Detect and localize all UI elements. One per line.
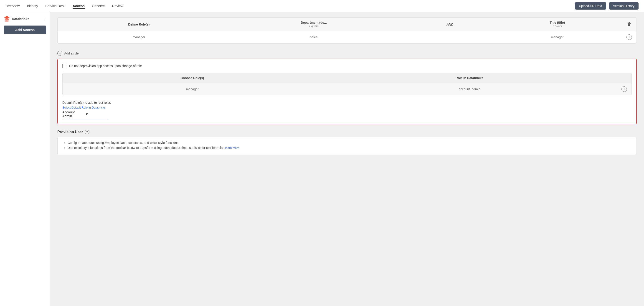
checkbox-row: Do not deprovision app access upon chang… [62, 64, 632, 68]
select-default-role-label: Select Default Role in Databricks [62, 106, 632, 109]
provision-user-info-icon[interactable]: ? [85, 130, 90, 134]
delete-row-icon[interactable]: 🗑 [627, 22, 631, 27]
learn-more-link[interactable]: learn more [225, 146, 240, 149]
nav-actions: Upload HR Data Version History [575, 2, 638, 10]
add-access-button[interactable]: Add Access [4, 26, 46, 34]
nav-links: Overview Identity Service Desk Access Ob… [6, 3, 123, 9]
add-rule-row[interactable]: + Add a rule [57, 48, 637, 59]
add-row-icon[interactable]: + [626, 34, 632, 40]
nav-access[interactable]: Access [72, 3, 85, 9]
nav-review[interactable]: Review [112, 3, 123, 9]
provision-user-title: Provision User [57, 130, 83, 134]
col-choose-roles: Choose Role(s) [62, 73, 322, 83]
svg-marker-2 [4, 20, 10, 22]
nav-identity[interactable]: Identity [27, 3, 38, 9]
cell-department: sales [220, 31, 407, 43]
brand-name: Databricks [12, 17, 29, 21]
upload-hr-data-button[interactable]: Upload HR Data [575, 2, 606, 10]
col-department: Department (de... Equals [220, 18, 407, 31]
col-department-sub: Equals [225, 24, 403, 28]
col-title-sub: Equals [497, 24, 618, 28]
sidebar: Databricks ⋮ Add Access [0, 12, 50, 306]
account-admin-value: Account Admin [62, 110, 85, 118]
col-delete-header: 🗑 [622, 18, 636, 31]
dropdown-arrow-icon: ▼ [85, 112, 108, 116]
provision-user-box: Configure attributes using Employee Data… [57, 137, 637, 155]
more-options-icon[interactable]: ⋮ [42, 16, 46, 21]
table-row: manager sales manager + [58, 31, 636, 43]
col-title: Title (title) Equals [493, 18, 622, 31]
provision-bullet-1: Configure attributes using Employee Data… [68, 141, 631, 144]
provision-bullet-2: Use excel-style functions from the toolb… [68, 146, 631, 149]
cell-add-mapping: + [617, 83, 632, 95]
nav-service-desk[interactable]: Service Desk [45, 3, 65, 9]
account-admin-select[interactable]: Account Admin ▼ [62, 110, 108, 119]
roles-condition-table: Define Role(s) Department (de... Equals … [57, 17, 637, 44]
role-mapping-section: Do not deprovision app access upon chang… [57, 59, 637, 124]
default-roles-label: Default Role(s) to add to rest roles [62, 101, 632, 104]
nav-observe[interactable]: Observe [92, 3, 105, 9]
provision-user-section: Provision User ? Configure attributes us… [57, 130, 637, 155]
cell-title: manager [493, 31, 622, 43]
col-add-mapping [617, 73, 632, 83]
default-roles-section: Default Role(s) to add to rest roles Sel… [62, 100, 632, 119]
deprovision-checkbox[interactable] [62, 64, 67, 68]
col-and: AND [407, 18, 493, 31]
provision-bullets: Configure attributes using Employee Data… [63, 141, 631, 149]
cell-and [407, 31, 493, 43]
add-rule-label: Add a rule [64, 52, 79, 55]
role-mapping-table: Choose Role(s) Role in Databricks manage… [62, 73, 632, 95]
role-mapping-table-wrap: Choose Role(s) Role in Databricks manage… [62, 73, 632, 95]
top-nav: Overview Identity Service Desk Access Ob… [0, 0, 644, 12]
sidebar-brand: Databricks [4, 16, 29, 22]
add-rule-circle-icon: + [57, 51, 62, 56]
databricks-logo-icon [4, 16, 10, 22]
col-define-roles: Define Role(s) [58, 18, 220, 31]
cell-add: + [622, 31, 636, 43]
provision-user-header: Provision User ? [57, 130, 637, 134]
version-history-button[interactable]: Version History [609, 2, 638, 10]
nav-overview[interactable]: Overview [6, 3, 20, 9]
role-condition-table-grid: Define Role(s) Department (de... Equals … [58, 18, 636, 43]
cell-define-role: manager [58, 31, 220, 43]
sidebar-header: Databricks ⋮ [4, 16, 46, 22]
layout: Databricks ⋮ Add Access Define Role(s) D… [0, 12, 644, 306]
cell-choose-role: manager [62, 83, 322, 95]
deprovision-label: Do not deprovision app access upon chang… [69, 64, 142, 68]
table-row: manager account_admin + [62, 83, 632, 95]
main-content: Define Role(s) Department (de... Equals … [50, 12, 644, 306]
cell-role-in-databricks: account_admin [322, 83, 617, 95]
col-role-in-databricks: Role in Databricks [322, 73, 617, 83]
add-mapping-icon[interactable]: + [622, 86, 627, 92]
